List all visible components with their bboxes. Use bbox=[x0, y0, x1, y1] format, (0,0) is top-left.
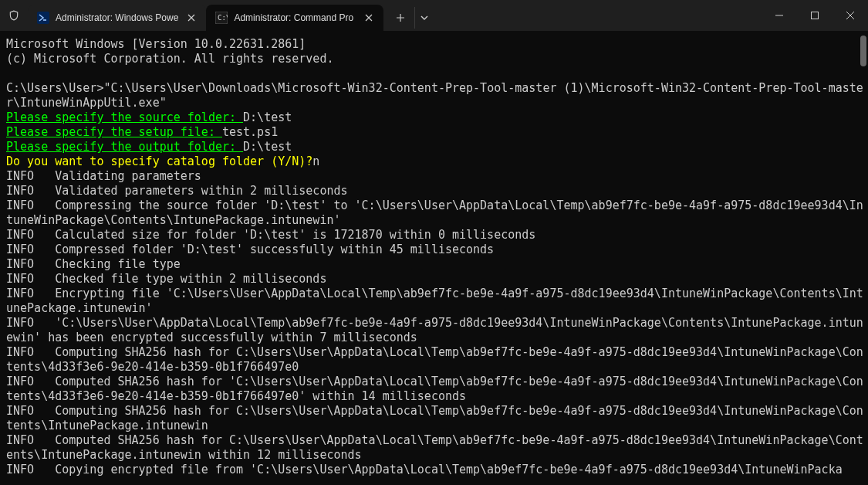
info-line: INFO Validating parameters bbox=[6, 169, 201, 183]
answer-output: D:\test bbox=[243, 140, 292, 154]
prompt-source-folder: Please specify the source folder: bbox=[6, 110, 243, 124]
tab-title: Administrator: Windows Powe bbox=[56, 12, 178, 23]
tab-dropdown-button[interactable] bbox=[414, 7, 433, 29]
info-line: INFO Compressed folder 'D:\test' success… bbox=[6, 242, 494, 256]
svg-text:C:\: C:\ bbox=[218, 14, 228, 22]
info-line: INFO Checked file type within 2 millisec… bbox=[6, 272, 326, 286]
svg-rect-3 bbox=[812, 12, 819, 19]
new-tab-button[interactable] bbox=[388, 7, 413, 29]
answer-source: D:\test bbox=[243, 110, 292, 124]
info-line: INFO Validated parameters within 2 milli… bbox=[6, 184, 348, 198]
version-line: Microsoft Windows [Version 10.0.22631.28… bbox=[6, 37, 306, 51]
new-tab-controls bbox=[383, 0, 433, 31]
tab-close-button[interactable] bbox=[362, 11, 376, 25]
titlebar-drag-area[interactable] bbox=[433, 0, 762, 31]
scrollbar-thumb[interactable] bbox=[860, 36, 866, 66]
info-line: INFO Computed SHA256 hash for 'C:\Users\… bbox=[6, 375, 863, 403]
info-line: INFO Copying encrypted file from 'C:\Use… bbox=[6, 463, 843, 477]
minimize-button[interactable] bbox=[762, 0, 797, 31]
prompt: C:\Users\User> bbox=[6, 81, 103, 95]
info-line: INFO Compressing the source folder 'D:\t… bbox=[6, 198, 863, 227]
powershell-icon bbox=[37, 12, 49, 24]
answer-setup: test.ps1 bbox=[222, 125, 278, 139]
window-controls bbox=[762, 0, 868, 31]
tab-close-button[interactable] bbox=[184, 11, 198, 25]
info-line: INFO 'C:\Users\User\AppData\Local\Temp\a… bbox=[6, 316, 863, 344]
info-line: INFO Checking file type bbox=[6, 257, 181, 271]
info-line: INFO Computing SHA256 hash for C:\Users\… bbox=[6, 345, 863, 374]
terminal-pane[interactable]: Microsoft Windows [Version 10.0.22631.28… bbox=[0, 31, 868, 485]
info-line: INFO Computing SHA256 hash for C:\Users\… bbox=[6, 404, 863, 432]
prompt-output-folder: Please specify the output folder: bbox=[6, 140, 243, 154]
admin-shield-icon bbox=[0, 0, 28, 31]
close-button[interactable] bbox=[833, 0, 868, 31]
info-line: INFO Computed SHA256 hash for C:\Users\U… bbox=[6, 433, 863, 462]
answer-catalog: n bbox=[312, 154, 319, 168]
info-line: INFO Calculated size for folder 'D:\test… bbox=[6, 228, 535, 242]
maximize-button[interactable] bbox=[797, 0, 833, 31]
info-line: INFO Encrypting file 'C:\Users\User\AppD… bbox=[6, 287, 863, 315]
terminal-output: Microsoft Windows [Version 10.0.22631.28… bbox=[6, 37, 863, 477]
cmd-icon: C:\ bbox=[215, 12, 228, 24]
tab-title: Administrator: Command Pro bbox=[234, 12, 356, 23]
command-text: "C:\Users\User\Downloads\Microsoft-Win32… bbox=[6, 81, 863, 110]
titlebar: Administrator: Windows Powe C:\ Administ… bbox=[0, 0, 868, 31]
copyright-line: (c) Microsoft Corporation. All rights re… bbox=[6, 52, 333, 66]
prompt-setup-file: Please specify the setup file: bbox=[6, 125, 222, 139]
prompt-catalog: Do you want to specify catalog folder (Y… bbox=[6, 154, 312, 168]
tab-powershell[interactable]: Administrator: Windows Powe bbox=[28, 5, 206, 31]
tab-cmd[interactable]: C:\ Administrator: Command Pro bbox=[206, 5, 383, 31]
